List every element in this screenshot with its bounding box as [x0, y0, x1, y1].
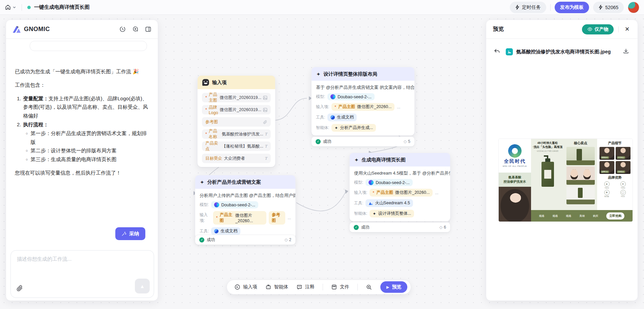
- input-ref-tag[interactable]: * 产品主图 微信图片_20260...: [213, 211, 266, 225]
- brand-name: GNOMIC: [24, 26, 50, 33]
- artifact-preview-image[interactable]: 全民时代 ERA OF ALL PEOPLE 氨基基酸 控油修护洗发水 48小时…: [499, 139, 633, 222]
- message-contains: 工作流包含：: [15, 81, 150, 89]
- history-icon[interactable]: [119, 26, 126, 33]
- preview-panel: 预览 仅产物 ✕ 氨基酸控油修护洗发水电商详情页长图.jpeg 全民时代 ERA…: [486, 20, 638, 301]
- list-item-title: 变量配置：: [23, 96, 49, 101]
- field-label: 产品卖点: [205, 140, 220, 152]
- detail-chip: 产品润点: [617, 156, 625, 159]
- sub-list-item: ○ 第三步：生成高质量的电商详情页长图: [26, 155, 150, 164]
- field-selling-points[interactable]: 产品卖点 【蓬松秘境】氨基酸... T: [202, 141, 271, 151]
- row-label: 输入项:: [200, 212, 211, 224]
- field-reference-image[interactable]: 参考图: [202, 117, 271, 127]
- only-output-toggle[interactable]: 仅产物: [582, 24, 614, 34]
- previous-message-bubble: [30, 41, 147, 51]
- chat-smiley-icon: [202, 79, 209, 86]
- field-target-audience[interactable]: 目标受众 大众消费者 T: [202, 154, 271, 163]
- model-tag[interactable]: Doubao-seed-2-...: [211, 201, 258, 208]
- attach-file-icon[interactable]: [16, 285, 24, 293]
- credits-value: 52065: [605, 5, 618, 10]
- toolbar-input-items[interactable]: 输入项: [234, 284, 257, 290]
- send-button[interactable]: ▲: [135, 279, 150, 293]
- headline-line: ·洗出「头包脸」高颅顶: [533, 145, 562, 149]
- collapse-panel-icon[interactable]: [144, 26, 152, 33]
- list-item-title: 执行流程：: [23, 122, 49, 127]
- image-icon: [263, 108, 267, 112]
- topbar-divider: [550, 4, 551, 11]
- toolbar-files[interactable]: 文件: [331, 284, 349, 290]
- adopt-button[interactable]: 采纳: [115, 227, 145, 240]
- toolbar-agent[interactable]: 智能体: [265, 284, 288, 290]
- scheduled-tasks-button[interactable]: 定时任务: [510, 2, 546, 13]
- model-name: Doubao-seed-2-...: [221, 203, 255, 207]
- tool-tag[interactable]: 火山Seedream 4.5: [365, 199, 413, 207]
- status-bar-generate[interactable]: ✓ 成功 ◇6: [349, 222, 450, 232]
- artwork-brand-column: 全民时代 ERA OF ALL PEOPLE 氨基基酸 控油修护洗发水: [499, 139, 531, 222]
- agent-tag[interactable]: ✦ 设计详情页整体...: [370, 210, 414, 217]
- selling-card: [566, 186, 595, 204]
- model-tag[interactable]: Doubao-seed-2-...: [365, 179, 413, 186]
- volcano-icon: [369, 201, 373, 205]
- publish-template-label: 发布为模板: [560, 4, 584, 10]
- more-ellipsis: ...: [397, 105, 400, 109]
- home-button[interactable]: [5, 4, 16, 10]
- paperclip-icon: [263, 120, 267, 124]
- node-generate-image[interactable]: ✦ 生成电商详情页长图 使用火山Seedream 4.5模型，基于 @分析产品并…: [349, 153, 450, 222]
- node-design-layout[interactable]: ✦ 设计详情页整体排版布局 基于 @分析产品并生成营销文案 的文案内容，结合产.…: [311, 67, 415, 136]
- download-icon[interactable]: [623, 48, 630, 55]
- status-bar-design[interactable]: ✓ 成功 ◇5: [311, 136, 415, 147]
- input-ref-tag[interactable]: 参考图: [269, 211, 285, 225]
- required-star: *: [205, 95, 207, 100]
- input-ref-value: 微信图片_20260...: [235, 213, 263, 223]
- node-description: 基于 @分析产品并生成营销文案 的文案内容，结合产...: [316, 84, 410, 91]
- doubao-icon: [369, 180, 374, 185]
- status-bar-analyze[interactable]: ✓ 成功 ◇2: [195, 235, 296, 245]
- input-ref-tag[interactable]: * 产品主图 微信图片_20260...: [331, 103, 394, 111]
- node-title: 生成电商详情页长图: [362, 157, 406, 163]
- agent-tag[interactable]: ✦ 分析产品并生成...: [331, 124, 376, 132]
- header-divider: [618, 26, 619, 32]
- doc-tool-icon: [330, 115, 335, 120]
- tool-tag[interactable]: 生成文档: [211, 227, 240, 235]
- node-analyze-copy[interactable]: ✦ 分析产品并生成营销文案 分析用户上传的产品主图 @产品主图，结合用户提供..…: [195, 175, 296, 239]
- node-title: 设计详情页整体排版布局: [324, 71, 378, 77]
- input-ref-value: 微信图片_20260...: [357, 104, 391, 110]
- user-avatar[interactable]: [628, 2, 639, 13]
- artifact-file-row: 氨基酸控油修护洗发水电商详情页长图.jpeg: [486, 46, 638, 57]
- new-chat-icon[interactable]: [131, 26, 139, 33]
- success-check-icon: ✓: [316, 139, 321, 144]
- topbar-divider: [22, 4, 22, 11]
- selling-card: [566, 166, 595, 185]
- detail-photo: 品牌承诺: [616, 161, 631, 174]
- workflow-prompt-input[interactable]: 描述你想生成的工作流... ▲: [10, 250, 154, 298]
- field-brand-logo[interactable]: * 品牌Logo 微信图片_20260319...: [202, 105, 271, 114]
- node-header: 输入项: [198, 76, 275, 89]
- gnomic-logo-icon: [12, 25, 21, 33]
- step-text: 第一步：分析产品生成连贯的营销话术文案，规划排版: [31, 129, 150, 147]
- magnifier-plus-icon: [366, 284, 372, 290]
- bolt-icon: [598, 5, 603, 10]
- field-product-image[interactable]: * 产品主图 微信图片_20260319...: [202, 93, 271, 102]
- publish-template-button[interactable]: 发布为模板: [555, 2, 589, 13]
- brand-logo-swirl: [508, 144, 522, 158]
- close-icon[interactable]: ✕: [623, 26, 631, 33]
- text-type-icon: T: [265, 144, 267, 149]
- preview-button[interactable]: ▶ 预览: [380, 281, 407, 293]
- magic-wand-icon: [121, 231, 126, 236]
- model-tag[interactable]: Doubao-seed-2-...: [327, 93, 375, 100]
- sub-list-item: ○ 第一步：分析产品生成连贯的营销话术文案，规划排版: [26, 129, 150, 147]
- node-input-items[interactable]: 输入项 * 产品主图 微信图片_20260319... * 品牌Logo 微信图…: [197, 75, 275, 167]
- footer-item: 美味: [579, 214, 585, 218]
- topbar: 一键生成电商详情页长图 定时任务 发布为模板 52065: [0, 0, 644, 15]
- toolbar-comment[interactable]: 注释: [296, 284, 315, 290]
- adopt-label: 采纳: [129, 231, 139, 237]
- credits-button[interactable]: 52065: [593, 2, 624, 13]
- input-ref-tag[interactable]: * 产品主图 微信图片_20260...: [370, 189, 433, 197]
- preview-panel-header: 预览 仅产物 ✕: [486, 20, 638, 39]
- zoom-search-button[interactable]: [366, 284, 372, 290]
- cta-button: 立即抢购: [606, 212, 624, 220]
- back-icon[interactable]: [494, 48, 501, 55]
- field-product-name[interactable]: * 产品名称 氨基酸控油修护洗发... T: [202, 129, 271, 139]
- brand-name-cn: 全民时代: [504, 158, 526, 164]
- tool-tag[interactable]: 生成文档: [327, 113, 357, 121]
- preview-title: 预览: [493, 26, 504, 33]
